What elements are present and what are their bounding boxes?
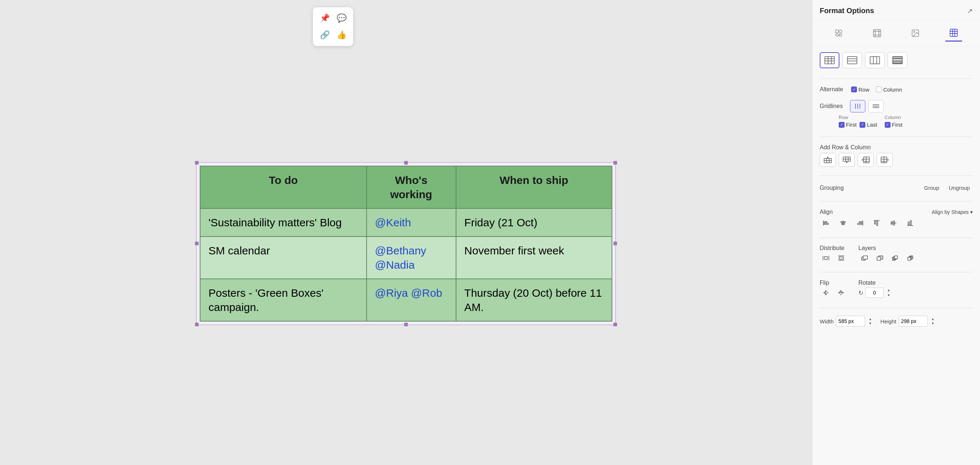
gridlines-horizontal-btn[interactable] [868,100,884,113]
gridlines-col-first-cb[interactable]: ✓ [885,122,891,128]
thumbs-up-button[interactable]: 👍 [334,28,349,42]
rotate-up-btn[interactable]: ▲ [886,288,892,292]
alternate-checkboxes: ✓ Row Column [851,87,902,93]
pin-button[interactable]: 📌 [317,11,332,25]
header-when-to-ship[interactable]: When to ship [456,166,612,208]
gridlines-row-first-cb[interactable]: ✓ [839,122,845,128]
cell-row1-col1[interactable]: 'Sustainability matters' Blog [200,208,367,236]
bring-front-btn[interactable] [889,253,902,263]
ungroup-button[interactable]: Ungroup [946,183,973,192]
flip-label: Flip [820,279,848,286]
align-right-btn[interactable] [853,217,867,229]
align-icons [820,217,973,229]
svg-rect-28 [910,221,912,225]
gridlines-row-last-label: Last [867,122,877,128]
alternate-col-item[interactable]: Column [876,87,902,93]
tab-image[interactable] [907,25,924,41]
align-left-btn[interactable] [820,217,833,229]
resize-handle-bl[interactable] [195,323,199,326]
comment-button[interactable]: 💬 [334,11,349,25]
svg-rect-17 [824,222,827,223]
style-col-only[interactable] [865,52,885,68]
cell-row1-col3[interactable]: Friday (21 Oct) [456,208,612,236]
gridlines-row-last[interactable]: ✓ Last [859,122,877,128]
cell-row2-col3[interactable]: November first week [456,236,612,279]
add-col-left-btn[interactable] [858,153,874,167]
cell-row2-col2[interactable]: @Bethany@Nadia [367,236,456,279]
svg-rect-7 [825,57,834,64]
height-down-btn[interactable]: ▼ [930,321,936,325]
tab-table[interactable] [945,25,962,41]
resize-handle-br[interactable] [613,323,617,326]
align-center-h-btn[interactable] [837,217,850,229]
width-down-btn[interactable]: ▼ [867,321,873,325]
svg-rect-6 [950,29,957,37]
resize-handle-tr[interactable] [613,161,617,165]
flip-h-btn[interactable] [820,287,832,298]
gridlines-row-last-cb[interactable]: ✓ [859,122,865,128]
cell-row2-col1[interactable]: SM calendar [200,236,367,279]
gridlines-vertical-btn[interactable] [850,100,865,113]
rotate-down-btn[interactable]: ▼ [886,293,892,297]
style-alt-shading[interactable] [888,52,907,68]
alternate-col-checkbox[interactable] [876,87,882,92]
grouping-label: Grouping [820,185,845,191]
tab-shape[interactable] [830,25,847,41]
flip-group: Flip [820,279,848,298]
export-icon[interactable]: ↗ [967,7,973,15]
flip-v-btn[interactable] [835,287,848,298]
rotate-value-input[interactable] [865,287,884,298]
resize-handle-rm[interactable] [613,241,617,245]
link-button[interactable]: 🔗 [317,28,332,42]
alternate-section: Alternate ✓ Row Column [820,86,973,94]
svg-rect-2 [839,34,842,36]
gridlines-col-first[interactable]: ✓ First [885,122,903,128]
tab-frame[interactable] [869,25,885,41]
add-row-top-btn[interactable] [820,153,836,167]
gridlines-row-first[interactable]: ✓ First [839,122,857,128]
cell-row3-col2[interactable]: @Riya @Rob [367,279,456,321]
align-middle-btn[interactable] [887,217,900,229]
panel-tabs [812,21,980,46]
resize-handle-tm[interactable] [404,161,408,165]
height-up-btn[interactable]: ▲ [930,317,936,321]
resize-handle-lm[interactable] [195,241,199,245]
add-row-bottom-btn[interactable] [839,153,855,167]
resize-handle-tl[interactable] [195,161,199,165]
send-back-btn[interactable] [904,253,917,263]
svg-rect-32 [863,256,867,259]
alternate-row-checkbox[interactable]: ✓ [851,87,857,92]
table-header-row: To do Who's working When to ship [200,166,612,208]
alternate-row-item[interactable]: ✓ Row [851,87,869,93]
distribute-v-btn[interactable] [835,253,848,263]
svg-rect-37 [894,256,897,259]
height-group: Height ▲ ▼ [880,316,935,327]
distribute-h-btn[interactable] [820,253,832,263]
width-up-btn[interactable]: ▲ [867,317,873,321]
group-button[interactable]: Group [921,183,942,192]
cell-row3-col3[interactable]: Thursday (20 Oct) before 11 AM. [456,279,612,321]
cell-row1-col2[interactable]: @Keith [367,208,456,236]
height-input[interactable] [899,316,928,327]
gridlines-row-first-label: First [846,122,857,128]
header-todo[interactable]: To do [200,166,367,208]
style-row-only[interactable] [842,52,862,68]
cell-row3-col1[interactable]: Posters - 'Green Boxes' campaign. [200,279,367,321]
add-row-col-label: Add Row & Column [820,144,973,151]
align-by-shapes-dropdown[interactable]: Align by Shapes ▾ [932,209,973,215]
bring-forward-btn[interactable] [858,253,871,263]
svg-rect-29 [824,257,827,260]
align-top-btn[interactable] [870,217,883,229]
align-bottom-btn[interactable] [904,217,917,229]
send-backward-btn[interactable] [874,253,886,263]
width-input[interactable] [836,316,865,327]
gridlines-row-label: Row [839,114,877,120]
add-col-right-btn[interactable] [877,153,893,167]
header-whos-working[interactable]: Who's working [367,166,456,208]
distribute-label: Distribute [820,245,848,251]
alternate-row-label: Row [858,87,869,93]
style-full-grid[interactable] [820,52,839,68]
svg-point-5 [913,32,915,32]
align-by-shapes-text: Align by Shapes [932,209,969,215]
resize-handle-bm[interactable] [404,323,408,326]
